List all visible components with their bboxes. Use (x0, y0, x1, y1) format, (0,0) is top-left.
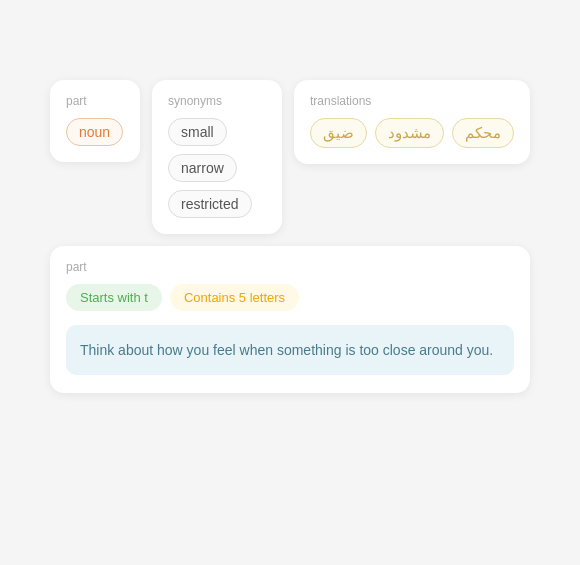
main-container: part noun synonyms small narrow restrict… (50, 80, 530, 393)
tag-dayiq[interactable]: ضيق (310, 118, 367, 148)
translations-card-label: translations (310, 94, 514, 108)
cards-row-top: part noun synonyms small narrow restrict… (50, 80, 530, 234)
hint-tab-starts-with[interactable]: Starts with t (66, 284, 162, 311)
hint-tab-contains-letters[interactable]: Contains 5 letters (170, 284, 299, 311)
tag-muhkam[interactable]: محکم (452, 118, 514, 148)
synonyms-tags-row: small narrow restricted (168, 118, 266, 218)
translations-tags-row: محکم مشدود ضيق (310, 118, 514, 148)
translations-card: translations محکم مشدود ضيق (294, 80, 530, 164)
synonyms-card-label: synonyms (168, 94, 266, 108)
tag-noun[interactable]: noun (66, 118, 123, 146)
tag-restricted[interactable]: restricted (168, 190, 252, 218)
hint-card: part Starts with t Contains 5 letters Th… (50, 246, 530, 393)
part-card-label: part (66, 94, 124, 108)
hint-card-label: part (66, 260, 514, 274)
synonyms-card: synonyms small narrow restricted (152, 80, 282, 234)
part-card: part noun (50, 80, 140, 162)
tag-small[interactable]: small (168, 118, 227, 146)
hint-text: Think about how you feel when something … (66, 325, 514, 375)
part-tags-row: noun (66, 118, 124, 146)
tag-narrow[interactable]: narrow (168, 154, 237, 182)
tag-mashdood[interactable]: مشدود (375, 118, 444, 148)
hint-tabs: Starts with t Contains 5 letters (66, 284, 514, 311)
